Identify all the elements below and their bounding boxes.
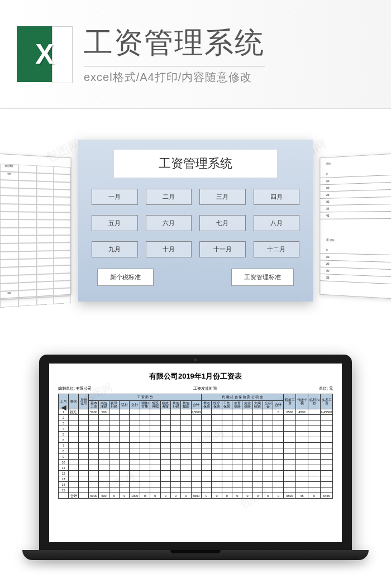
table-row: 7 — [59, 443, 333, 448]
table-row: 11 — [59, 465, 333, 471]
camera-icon — [194, 358, 197, 361]
month-button-6[interactable]: 六月 — [146, 215, 192, 231]
month-button-11[interactable]: 十一月 — [199, 241, 246, 257]
table-row: 8 — [59, 448, 333, 454]
tax-standard-button[interactable]: 新个税标准 — [97, 269, 154, 286]
table-row: 13 — [59, 476, 333, 482]
page-subtitle: excel格式/A4打印/内容随意修改 — [84, 70, 265, 85]
bg-right-pct: (%) — [324, 160, 332, 169]
header-banner: X 工资管理系统 excel格式/A4打印/内容随意修改 — [0, 0, 391, 109]
month-button-8[interactable]: 八月 — [254, 215, 300, 231]
table-row: 2 — [59, 415, 333, 420]
page-title: 工资管理系统 — [84, 23, 265, 66]
panel-bottom-buttons: 新个税标准 工资管理标准 — [92, 269, 299, 286]
sheet-meta-mid: 工资发放时间: — [193, 386, 218, 391]
excel-logo-icon: X — [17, 26, 73, 82]
month-button-5[interactable]: 五月 — [92, 215, 138, 231]
month-button-4[interactable]: 四月 — [254, 189, 300, 205]
table-row: 14 — [59, 482, 333, 487]
month-button-1[interactable]: 一月 — [92, 189, 138, 205]
table-row: 6 — [59, 437, 333, 443]
table-row: 3 — [59, 420, 333, 426]
laptop-base — [22, 550, 369, 560]
month-button-2[interactable]: 二月 — [146, 189, 192, 205]
sheet-title: 有限公司2019年1月份工资表 — [58, 371, 333, 381]
panel-title: 工资管理系统 — [114, 150, 277, 178]
month-button-10[interactable]: 十月 — [146, 241, 192, 257]
laptop-screen-frame: ◄ 有限公司2019年1月份工资表 编制单位: 有限公司 工资发放时间: 单位:… — [39, 355, 352, 550]
background-sheet-left: 编制单位: 有限公司 工号姓名身份证号基本工资岗位津贴1胜无:500050023… — [0, 149, 71, 304]
table-row-total: 合计50005000010000000065000000000065004506… — [59, 493, 333, 499]
table-row: 10 — [59, 460, 333, 465]
preview-area: 编制单位: 有限公司 工号姓名身份证号基本工资岗位津贴1胜无:500050023… — [0, 109, 391, 332]
laptop-screen: ◄ 有限公司2019年1月份工资表 编制单位: 有限公司 工资发放时间: 单位:… — [49, 364, 342, 542]
laptop-mockup-area: ◄ 有限公司2019年1月份工资表 编制单位: 有限公司 工资发放时间: 单位:… — [0, 332, 391, 588]
main-panel: 工资管理系统 一月二月三月四月五月六月七月八月九月十月十一月十二月 新个税标准 … — [78, 140, 313, 302]
sheet-meta-left: 编制单位: 有限公司 — [58, 386, 92, 391]
table-row: 15 — [59, 487, 333, 493]
month-button-7[interactable]: 七月 — [199, 215, 246, 231]
month-button-3[interactable]: 三月 — [199, 189, 246, 205]
header-text: 工资管理系统 excel格式/A4打印/内容随意修改 — [84, 23, 265, 85]
bg-left-grid: 工号姓名身份证号基本工资岗位津贴1胜无:50005002345678910111… — [0, 160, 71, 313]
month-grid: 一月二月三月四月五月六月七月八月九月十月十一月十二月 — [92, 189, 299, 257]
bg-right-rates: 30102102014102526603044103571604515160 — [320, 164, 391, 219]
background-sheet-right: (%) 速算扣除数 301021020141025266030441035716… — [320, 149, 391, 304]
sheet-meta-right: 单位: 元 — [319, 386, 333, 391]
month-button-12[interactable]: 十二月 — [254, 241, 300, 257]
bg-right-rate-hdr: 率 (%) — [324, 236, 336, 245]
table-row: 5 — [59, 432, 333, 437]
table-row: 1胜无:50005006,500000650045006,45500 — [59, 409, 333, 415]
sheet-meta: 编制单位: 有限公司 工资发放时间: 单位: 元 — [58, 386, 333, 391]
table-row: 12 — [59, 471, 333, 476]
bg-right-rates2: 301015002010,5003040,5003565,500 — [320, 247, 391, 288]
salary-table: 工号姓名身份证号工 资 部 分代 缴 社 会 保 险 及 公 积 金税前工资代缴… — [58, 394, 333, 499]
wage-standard-button[interactable]: 工资管理标准 — [231, 269, 294, 286]
spreadsheet: ◄ 有限公司2019年1月份工资表 编制单位: 有限公司 工资发放时间: 单位:… — [49, 364, 342, 506]
laptop: ◄ 有限公司2019年1月份工资表 编制单位: 有限公司 工资发放时间: 单位:… — [39, 355, 352, 560]
table-row: 4 — [59, 426, 333, 432]
laptop-notch — [170, 550, 221, 553]
back-arrow-icon[interactable]: ◄ — [59, 403, 68, 413]
excel-logo-letter: X — [35, 38, 54, 70]
month-button-9[interactable]: 九月 — [92, 241, 138, 257]
bg-right-subheader: 元的部分 — [320, 224, 391, 235]
table-row: 9 — [59, 454, 333, 460]
